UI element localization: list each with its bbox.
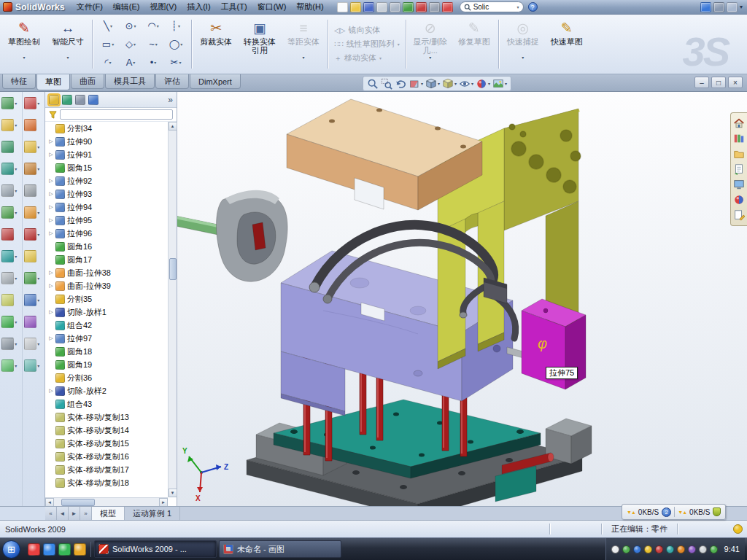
tray-icon[interactable]	[611, 545, 619, 553]
offset-entities-button[interactable]: ≡ 等距实体 ▾	[282, 16, 325, 72]
expand-arrow-icon[interactable]: ▷	[47, 388, 55, 394]
expand-arrow-icon[interactable]: ▷	[47, 152, 55, 158]
display-style-icon[interactable]: ▾	[442, 78, 457, 90]
display-delete-relations-button[interactable]: ⊘ 显示/删除几... ▾	[409, 16, 452, 72]
tree-item[interactable]: 分割36	[45, 371, 168, 384]
model-3d[interactable]: φ Y Z X	[177, 92, 747, 506]
help-icon[interactable]: ?	[528, 2, 538, 12]
solidworks-resources-icon[interactable]	[733, 117, 745, 129]
spline-tool-icon[interactable]: ~▾	[142, 36, 164, 53]
start-button[interactable]: ⊞	[2, 540, 20, 559]
tree-item[interactable]: ▷拉伸95	[45, 214, 168, 227]
view-orientation-icon[interactable]: ▾	[425, 78, 440, 90]
expand-arrow-icon[interactable]: ▷	[47, 283, 55, 289]
rebuild-icon[interactable]	[416, 2, 427, 12]
new-document-icon[interactable]	[337, 2, 348, 12]
tab-model[interactable]: 模型	[92, 507, 125, 520]
tree-vertical-scrollbar[interactable]: ▲ ▼	[168, 122, 177, 497]
dropdown-icon[interactable]: ▾	[522, 55, 524, 61]
scroll-left-icon[interactable]: ◄	[45, 498, 54, 507]
centerline-tool-icon[interactable]: ┊▾	[165, 18, 187, 35]
tree-item[interactable]: ▷拉伸92	[45, 174, 168, 187]
task-button[interactable]: 未命名 - 画图	[219, 540, 341, 558]
left-toolbar-button[interactable]	[24, 119, 42, 131]
tab-sketch[interactable]: 草图	[36, 74, 70, 90]
restore-icon[interactable]: □	[711, 77, 726, 88]
left-toolbar-button[interactable]: ▾	[1, 359, 20, 372]
left-toolbar-button[interactable]: ▾	[24, 338, 42, 350]
tray-icon[interactable]	[699, 545, 707, 553]
search-box[interactable]: Solic ▾	[460, 1, 524, 12]
section-view-icon[interactable]: ▾	[409, 78, 423, 90]
convert-entities-button[interactable]: ▣ 转换实体引用	[238, 16, 282, 72]
left-toolbar-button[interactable]: ▾	[24, 141, 42, 153]
left-toolbar-button[interactable]: ▾	[24, 359, 42, 372]
status-sphere-icon[interactable]	[733, 524, 743, 534]
left-toolbar-button[interactable]: ▾	[1, 206, 20, 219]
left-toolbar-button[interactable]: ▾	[24, 163, 42, 175]
point-tool-icon[interactable]: •▾	[142, 54, 164, 71]
tree-item[interactable]: 分割34	[45, 122, 168, 135]
expand-arrow-icon[interactable]: ▷	[47, 217, 55, 223]
tree-item[interactable]: ▷拉伸90	[45, 135, 168, 148]
tree-item[interactable]: 实体-移动/复制18	[45, 476, 168, 489]
close-icon[interactable]: ×	[728, 77, 743, 88]
undo-icon[interactable]	[403, 2, 414, 12]
tab-surfaces[interactable]: 曲面	[71, 74, 104, 89]
tree-item[interactable]: 实体-移动/复制17	[45, 463, 168, 476]
prev-tab-icon[interactable]: ◄	[57, 507, 69, 520]
tree-item[interactable]: 分割35	[45, 292, 168, 306]
tree-item[interactable]: 圆角19	[45, 358, 168, 371]
left-toolbar-button[interactable]: ▾	[24, 272, 42, 284]
left-toolbar-button[interactable]: ▾	[24, 228, 42, 241]
search-dropdown-icon[interactable]: ▾	[517, 4, 519, 9]
tray-icon[interactable]	[710, 545, 718, 553]
line-tool-icon[interactable]: ╲▾	[97, 18, 119, 35]
dimxpert-manager-icon[interactable]	[88, 95, 98, 105]
menu-file[interactable]: 文件(F)	[71, 0, 108, 14]
task-button[interactable]: SolidWorks 2009 - ...	[94, 540, 217, 558]
rectangle-tool-icon[interactable]: ▭▾	[97, 36, 119, 53]
feature-manager-icon[interactable]	[49, 95, 59, 105]
scroll-up-icon[interactable]: ▲	[169, 122, 177, 131]
first-tab-icon[interactable]: «	[45, 507, 57, 520]
materials-icon[interactable]	[442, 2, 453, 12]
print-icon[interactable]	[376, 2, 387, 12]
dropdown-icon[interactable]: ▾	[379, 55, 382, 61]
monitor-badge[interactable]: 2	[662, 508, 671, 517]
overflow-chevron-icon[interactable]: »	[168, 95, 173, 105]
dropdown-icon[interactable]: ▾	[302, 55, 304, 61]
tray-icon[interactable]	[666, 545, 674, 553]
expand-arrow-icon[interactable]: ▷	[47, 191, 55, 197]
scrollbar-thumb[interactable]	[61, 499, 95, 506]
rapid-sketch-button[interactable]: ✎ 快速草图	[545, 16, 589, 72]
file-explorer-icon[interactable]	[733, 148, 745, 160]
tree-item[interactable]: ▷拉伸96	[45, 227, 168, 240]
sketch-fillet-tool-icon[interactable]: ◜▾	[97, 54, 119, 71]
print-preview-icon[interactable]	[390, 2, 400, 12]
edit-appearance-icon[interactable]: ▾	[476, 78, 490, 90]
linear-sketch-pattern-button[interactable]: ∷∷ 线性草图阵列 ▾	[334, 39, 400, 50]
tab-evaluate[interactable]: 评估	[155, 74, 189, 89]
tree-item[interactable]: ▷切除-放样1	[45, 306, 168, 319]
arc-tool-icon[interactable]: ◠▾	[142, 18, 164, 35]
taskbar-clock[interactable]: 9:41	[724, 545, 740, 553]
options-icon[interactable]	[429, 2, 440, 12]
scrollbar-thumb[interactable]	[169, 258, 177, 280]
tab-mold-tools[interactable]: 模具工具	[105, 74, 155, 89]
text-tool-icon[interactable]: A▾	[120, 54, 142, 71]
minimize-icon[interactable]: –	[694, 77, 709, 88]
save-icon[interactable]	[363, 2, 374, 12]
circle-tool-icon[interactable]: ⊙▾	[120, 18, 142, 35]
appearances-icon[interactable]	[733, 194, 745, 206]
quick-launch-icon[interactable]	[43, 543, 55, 556]
tray-icon[interactable]	[633, 545, 641, 553]
left-toolbar-button[interactable]: ▾	[24, 206, 42, 219]
scroll-down-icon[interactable]: ▼	[169, 489, 177, 497]
mirror-entities-button[interactable]: ◁▷ 镜向实体	[334, 25, 400, 36]
quick-launch-icon[interactable]	[28, 543, 40, 556]
tree-item[interactable]: 实体-移动/复制15	[45, 437, 168, 450]
expand-arrow-icon[interactable]: ▷	[47, 204, 55, 210]
quick-snaps-button[interactable]: ◎ 快速捕捉 ▾	[501, 16, 545, 72]
left-toolbar-button[interactable]	[1, 228, 20, 241]
